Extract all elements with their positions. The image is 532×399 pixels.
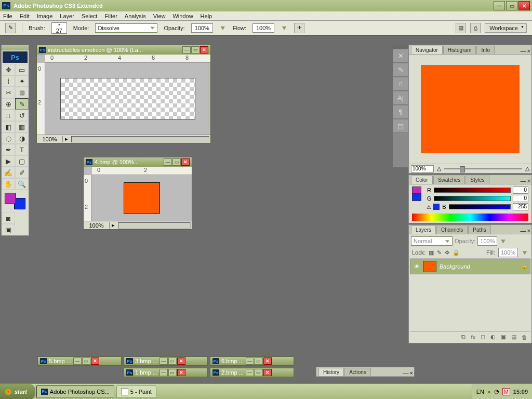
layer-thumbnail[interactable] — [423, 261, 436, 272]
tab-styles[interactable]: Styles — [466, 176, 489, 184]
navigator-preview[interactable] — [409, 55, 531, 164]
opacity-input[interactable]: 100% — [191, 23, 213, 33]
layer-visibility-icon[interactable]: 👁 — [413, 263, 420, 270]
tab-histogram[interactable]: Histogram — [443, 46, 476, 54]
layer-opacity-toggle[interactable] — [499, 236, 507, 246]
close-button[interactable]: ✕ — [518, 1, 530, 10]
zoom-out-icon[interactable]: △ — [437, 165, 441, 172]
tab-navigator[interactable]: Navigator — [411, 46, 443, 54]
panel-close-icon[interactable]: × — [527, 48, 530, 54]
doc1-close[interactable]: ✕ — [200, 46, 208, 54]
foreground-swatch[interactable] — [5, 193, 16, 204]
panel-close-icon[interactable]: × — [527, 178, 530, 184]
crop-tool[interactable]: ✂ — [2, 87, 15, 98]
adjustment-layer-icon[interactable]: ◐ — [490, 334, 496, 340]
doc1-minimize[interactable]: — — [182, 46, 191, 54]
dodge-tool[interactable]: ◑ — [15, 132, 29, 144]
doc2-canvas[interactable] — [124, 182, 160, 214]
layer-opacity-input[interactable]: 100% — [477, 236, 497, 246]
navigator-zoom-slider[interactable] — [444, 168, 522, 169]
move-tool[interactable]: ✥ — [2, 64, 15, 75]
dock-character-icon[interactable]: A| — [393, 91, 408, 105]
tray-icon[interactable]: ● — [487, 389, 491, 395]
start-button[interactable]: start — [0, 384, 35, 400]
doc2-zoom[interactable]: 100% — [84, 222, 110, 229]
doc1-maximize[interactable]: ▭ — [191, 46, 200, 54]
toolbox-grip[interactable] — [2, 45, 29, 50]
pen-tool[interactable]: ✒ — [2, 144, 15, 155]
brush-preset-picker[interactable]: •27 — [51, 22, 67, 34]
brush-tool[interactable]: ✎ — [15, 98, 29, 110]
g-value[interactable]: 0 — [513, 195, 528, 202]
shape-tool[interactable]: ▢ — [15, 155, 29, 167]
menu-edit[interactable]: Edit — [20, 13, 30, 19]
taskbar-item[interactable]: 5 - Paint — [116, 385, 156, 398]
tab-channels[interactable]: Channels — [436, 225, 468, 234]
healing-tool[interactable]: ⊕ — [2, 98, 15, 110]
type-tool[interactable]: T — [15, 144, 29, 155]
dock-grip[interactable] — [393, 45, 408, 49]
menu-window[interactable]: Window — [172, 13, 193, 19]
panel-minimize-icon[interactable]: — — [403, 370, 409, 376]
color-spectrum[interactable] — [412, 214, 528, 221]
brush-tool-icon[interactable]: ✎ — [5, 23, 16, 33]
zoom-tool[interactable]: 🔍 — [15, 178, 29, 190]
r-value[interactable]: 0 — [513, 187, 528, 194]
menu-file[interactable]: File — [3, 13, 12, 19]
tab-color[interactable]: Color — [411, 176, 433, 184]
doc2-minimize[interactable]: — — [164, 158, 172, 166]
b-value[interactable]: 255 — [513, 203, 528, 210]
min-doc[interactable]: Ps1.bmp ...—▭✕ — [124, 368, 208, 377]
menu-select[interactable]: Select — [82, 13, 98, 19]
dock-tools-icon[interactable]: ✕ — [393, 49, 408, 63]
marquee-tool[interactable]: ▭ — [15, 64, 29, 75]
tray-icon[interactable]: M — [502, 388, 510, 395]
layer-row[interactable]: 👁 Background 🔒 — [410, 259, 530, 274]
panel-close-icon[interactable]: × — [527, 228, 530, 234]
min-doc[interactable]: Ps6.bmp ...—▭✕ — [210, 356, 294, 366]
tray-icon[interactable]: ◔ — [494, 388, 499, 395]
lock-position-icon[interactable]: ✥ — [445, 249, 449, 256]
wand-tool[interactable]: ✦ — [15, 75, 29, 87]
layer-name[interactable]: Background — [440, 263, 470, 270]
layer-style-icon[interactable]: fx — [471, 334, 475, 340]
zoom-in-icon[interactable]: △ — [525, 165, 529, 172]
tab-history[interactable]: History — [318, 368, 344, 376]
blur-tool[interactable]: ◌ — [2, 132, 15, 144]
tab-swatches[interactable]: Swatches — [433, 176, 465, 184]
doc1-hscroll[interactable] — [71, 136, 209, 142]
lock-all-icon[interactable]: 🔒 — [453, 249, 460, 256]
doc2-titlebar[interactable]: Ps 4.bmp @ 100%... — ▭ ✕ — [84, 157, 192, 167]
clock[interactable]: 15:09 — [513, 389, 528, 395]
flow-input[interactable]: 100% — [252, 23, 274, 33]
tab-paths[interactable]: Paths — [468, 225, 491, 234]
layer-mask-icon[interactable]: ◻ — [481, 334, 485, 340]
blend-mode-dropdown[interactable]: Dissolve — [95, 23, 157, 33]
panel-minimize-icon[interactable]: — — [521, 178, 526, 184]
min-doc[interactable]: Ps3.bmp ...—▭✕ — [124, 356, 208, 366]
language-indicator[interactable]: EN — [476, 389, 484, 395]
color-swatches[interactable] — [4, 192, 26, 210]
taskbar-item[interactable]: PsAdobe Photoshop CS... — [36, 385, 114, 398]
opacity-slider-toggle[interactable] — [219, 23, 227, 33]
tab-actions[interactable]: Actions — [344, 368, 371, 376]
stamp-tool[interactable]: ⎍ — [2, 110, 15, 121]
doc1-titlebar[interactable]: Ps instructables emoticon @ 100% (La... … — [37, 45, 210, 55]
b-slider[interactable] — [449, 204, 511, 209]
flow-slider-toggle[interactable] — [281, 23, 288, 33]
dock-brushes-icon[interactable]: ✎ — [393, 63, 408, 77]
screenmode-toggle[interactable]: ▣ — [2, 224, 15, 235]
navigator-zoom-input[interactable] — [411, 165, 434, 172]
panel-close-icon[interactable]: × — [410, 370, 413, 376]
new-layer-icon[interactable]: ▤ — [511, 334, 516, 340]
maximize-button[interactable]: ▭ — [506, 1, 517, 10]
link-layers-icon[interactable]: ⧉ — [461, 334, 466, 340]
lasso-tool[interactable]: ⌇ — [2, 75, 15, 87]
workspace-dropdown[interactable]: Workspace — [485, 23, 527, 33]
path-tool[interactable]: ▶ — [2, 155, 15, 167]
menu-filter[interactable]: Filter — [104, 13, 117, 19]
tab-info[interactable]: Info — [476, 46, 495, 54]
doc2-canvas-area[interactable] — [92, 175, 192, 221]
dock-clone-icon[interactable]: ⎍ — [393, 77, 408, 91]
eraser-tool[interactable]: ◧ — [2, 121, 15, 132]
